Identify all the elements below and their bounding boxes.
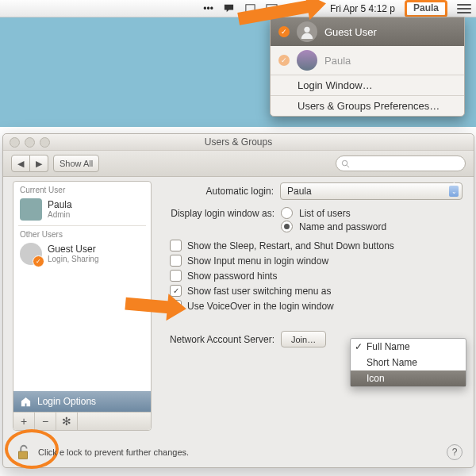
- forward-button[interactable]: ▶: [30, 155, 48, 172]
- check-icon: ✓: [278, 26, 290, 37]
- login-options-label: Login Options: [37, 396, 96, 407]
- sidebar-guest-user[interactable]: ✓ Guest User Login, Sharing: [13, 240, 151, 270]
- user-name: Guest User: [48, 244, 99, 255]
- menu-item-users-groups-prefs[interactable]: Users & Groups Preferences…: [271, 96, 464, 116]
- popup-item-icon[interactable]: Icon: [351, 370, 466, 386]
- svg-point-6: [304, 27, 309, 33]
- fast-user-switch-menu: ✓ Guest User ✓ Paula Login Window… Users…: [270, 17, 465, 117]
- checkbox-input-menu[interactable]: [170, 255, 182, 267]
- auto-login-label: Automatic login:: [162, 186, 274, 197]
- remove-user-button[interactable]: −: [35, 413, 56, 430]
- checkbox-label: Show password hints: [187, 271, 277, 282]
- menubar-list-icon[interactable]: [452, 0, 476, 17]
- popup-item-full-name[interactable]: Full Name: [351, 339, 466, 355]
- checkbox-label: Show Input menu in login window: [187, 255, 328, 267]
- select-value: Paula: [287, 186, 312, 197]
- user-role: Login, Sharing: [48, 255, 99, 263]
- radio-label: List of users: [299, 208, 351, 219]
- lock-hint-text: Click e lock to prevent further changes.: [38, 447, 189, 457]
- sidebar-current-user[interactable]: Paula Admin: [13, 196, 151, 225]
- search-icon: [341, 159, 350, 168]
- window-titlebar[interactable]: Users & Groups: [3, 134, 474, 151]
- user-name: Paula: [48, 200, 72, 210]
- close-icon[interactable]: [10, 137, 20, 148]
- menubar-chat-icon[interactable]: [218, 0, 240, 17]
- checkbox-password-hints[interactable]: [170, 270, 182, 282]
- help-button[interactable]: ?: [447, 444, 463, 460]
- search-input[interactable]: [336, 155, 466, 171]
- zoom-icon[interactable]: [40, 137, 50, 148]
- window-footer: Click e lock to prevent further changes.…: [3, 437, 474, 467]
- sidebar-heading-current: Current User: [13, 182, 151, 196]
- check-badge-icon: ✓: [33, 255, 44, 267]
- menubar-dots-icon[interactable]: •••: [198, 0, 218, 17]
- popup-item-short-name[interactable]: Short Name: [351, 355, 466, 370]
- toolbar: ◀ ▶ Show All: [3, 151, 474, 177]
- checkbox-sleep-restart[interactable]: [170, 240, 182, 251]
- menu-item-guest[interactable]: ✓ Guest User: [271, 17, 464, 46]
- menubar-datetime[interactable]: Fri Apr 5 4:12 p: [325, 0, 400, 17]
- avatar-icon: [297, 50, 317, 71]
- avatar-icon: [20, 198, 42, 221]
- menu-item-label: Paula: [324, 55, 351, 67]
- show-all-button[interactable]: Show All: [53, 155, 99, 172]
- check-icon: ✓: [278, 55, 290, 66]
- menu-item-label: Guest User: [324, 26, 377, 38]
- network-account-label: Network Account Server:: [162, 334, 274, 345]
- checkbox-label: Show the Sleep, Restart, and Shut Down b…: [187, 240, 394, 251]
- display-login-label: Display login window as:: [162, 208, 274, 219]
- menu-item-paula[interactable]: ✓ Paula: [271, 46, 464, 75]
- minimize-icon[interactable]: [25, 137, 35, 148]
- svg-point-7: [342, 160, 347, 165]
- sidebar-tools: + − ✻: [13, 412, 151, 430]
- sidebar-heading-other: Other Users: [13, 226, 151, 240]
- checkbox-label: Use VoiceOver in the login window: [187, 301, 334, 312]
- login-options-button[interactable]: Login Options: [13, 391, 151, 412]
- unlocked-lock-icon[interactable]: [14, 443, 32, 461]
- user-role: Admin: [48, 210, 72, 219]
- window-title: Users & Groups: [205, 136, 272, 148]
- avatar-icon: [297, 21, 317, 42]
- add-user-button[interactable]: +: [13, 413, 35, 430]
- radio-name-password[interactable]: [281, 221, 293, 232]
- menubar-username[interactable]: Paula: [400, 0, 452, 17]
- back-button[interactable]: ◀: [11, 155, 30, 172]
- radio-list-of-users[interactable]: [281, 207, 293, 219]
- auto-login-select[interactable]: Paula: [280, 182, 463, 200]
- users-groups-window: Users & Groups ◀ ▶ Show All Current User…: [2, 133, 474, 468]
- join-button[interactable]: Join…: [281, 331, 326, 347]
- avatar-icon: ✓: [20, 243, 42, 265]
- login-options-pane: Automatic login: Paula Display login win…: [162, 182, 463, 431]
- radio-label: Name and password: [299, 221, 386, 232]
- fast-switch-format-popup: Full Name Short Name Icon: [350, 338, 466, 387]
- action-gear-button[interactable]: ✻: [56, 413, 78, 430]
- checkbox-label: Show fast user switching menu as: [187, 286, 331, 297]
- house-icon: [20, 396, 32, 408]
- menu-item-login-window[interactable]: Login Window…: [271, 75, 464, 95]
